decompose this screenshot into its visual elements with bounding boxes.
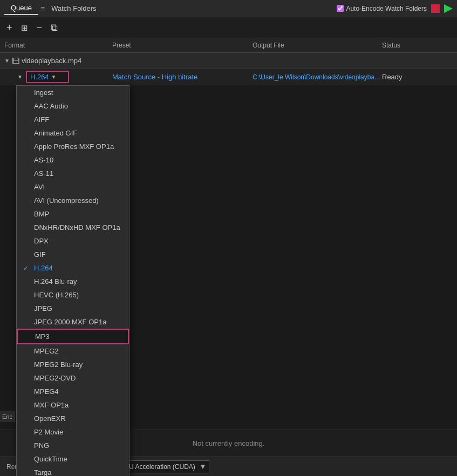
- play-button[interactable]: [444, 4, 453, 13]
- duplicate-button[interactable]: ⧉: [49, 22, 60, 33]
- format-option[interactable]: P2 Movie: [17, 425, 129, 439]
- format-dropdown-button[interactable]: H.264 ▼: [26, 71, 69, 83]
- format-option[interactable]: JPEG: [17, 302, 129, 315]
- column-headers: Format Preset Output File Status: [0, 38, 457, 53]
- format-option[interactable]: GIF: [17, 248, 129, 261]
- format-option[interactable]: AIFF: [17, 113, 129, 126]
- format-option[interactable]: Targa: [17, 466, 129, 476]
- queue-item-row[interactable]: ▼ 🎞 videoplayback.mp4: [0, 53, 457, 69]
- format-option[interactable]: AS-11: [17, 167, 129, 180]
- stop-button[interactable]: [431, 4, 440, 13]
- header-format: Format: [4, 42, 112, 49]
- format-selector: ▼ H.264 ▼: [4, 71, 112, 83]
- remove-button[interactable]: −: [35, 22, 45, 33]
- preset-button[interactable]: Match Source - High bitrate: [112, 73, 197, 81]
- format-option[interactable]: OpenEXR: [17, 412, 129, 425]
- format-option[interactable]: ✓H.264: [17, 261, 129, 275]
- enc-label: Enc: [0, 411, 15, 422]
- preset-column: Match Source - High bitrate: [112, 73, 253, 81]
- header-preset: Preset: [112, 42, 253, 49]
- format-option[interactable]: AVI (Uncompressed): [17, 194, 129, 207]
- file-icon: 🎞: [12, 57, 19, 65]
- format-option[interactable]: H.264 Blu-ray: [17, 275, 129, 288]
- format-option[interactable]: DNxHR/DNxHD MXF OP1a: [17, 221, 129, 234]
- format-option[interactable]: DPX: [17, 234, 129, 248]
- format-option[interactable]: Apple ProRes MXF OP1a: [17, 140, 129, 153]
- format-value: H.264: [30, 73, 49, 81]
- format-option[interactable]: Ingest: [17, 86, 129, 99]
- format-option[interactable]: AAC Audio: [17, 99, 129, 113]
- format-option[interactable]: AS-10: [17, 153, 129, 167]
- top-tabs-bar: Queue ≡ Watch Folders Auto-Encode Watch …: [0, 0, 457, 17]
- format-option[interactable]: MPEG4: [17, 385, 129, 398]
- format-option[interactable]: MPEG2-DVD: [17, 371, 129, 385]
- format-option[interactable]: PNG: [17, 439, 129, 452]
- format-option[interactable]: BMP: [17, 207, 129, 221]
- format-option[interactable]: MP3: [17, 329, 129, 344]
- format-option[interactable]: AVI: [17, 180, 129, 194]
- checkmark-icon: ✓: [23, 264, 31, 272]
- format-option[interactable]: Animated GIF: [17, 126, 129, 140]
- auto-encode-checkbox[interactable]: [337, 5, 344, 12]
- top-right-controls: Auto-Encode Watch Folders: [337, 4, 453, 13]
- output-file-col: C:\User_le Wilson\Downloads\videoplaybac…: [253, 73, 382, 81]
- tab-queue[interactable]: Queue: [4, 2, 38, 15]
- add-button[interactable]: +: [4, 22, 15, 33]
- toolbar: + ⊞ − ⧉: [0, 17, 457, 38]
- queue-filename: videoplayback.mp4: [22, 57, 81, 65]
- auto-encode-label: Auto-Encode Watch Folders: [337, 5, 427, 12]
- status-col: Ready: [382, 73, 453, 81]
- settings-button[interactable]: ⊞: [19, 23, 30, 33]
- format-dropdown-list: Ingest AAC Audio AIFF Animated GIF Apple…: [16, 85, 129, 476]
- header-status: Status: [382, 42, 453, 49]
- encoding-status-text: Not currently encoding.: [193, 439, 265, 447]
- sub-row-arrow: ▼: [17, 74, 23, 80]
- toggle-arrow-icon[interactable]: ▼: [4, 58, 10, 64]
- format-option[interactable]: MPEG2: [17, 344, 129, 358]
- format-option[interactable]: JPEG 2000 MXF OP1a: [17, 315, 129, 329]
- dropdown-arrow-icon: ▼: [51, 74, 57, 80]
- format-option[interactable]: MXF OP1a: [17, 398, 129, 412]
- format-option[interactable]: QuickTime: [17, 452, 129, 466]
- tab-menu-icon[interactable]: ≡: [40, 4, 45, 13]
- format-option[interactable]: HEVC (H.265): [17, 288, 129, 302]
- header-output: Output File: [253, 42, 382, 49]
- encode-row: ▼ H.264 ▼ Match Source - High bitrate C:…: [0, 69, 457, 85]
- tab-watch-folders[interactable]: Watch Folders: [45, 2, 103, 15]
- format-option[interactable]: MPEG2 Blu-ray: [17, 358, 129, 371]
